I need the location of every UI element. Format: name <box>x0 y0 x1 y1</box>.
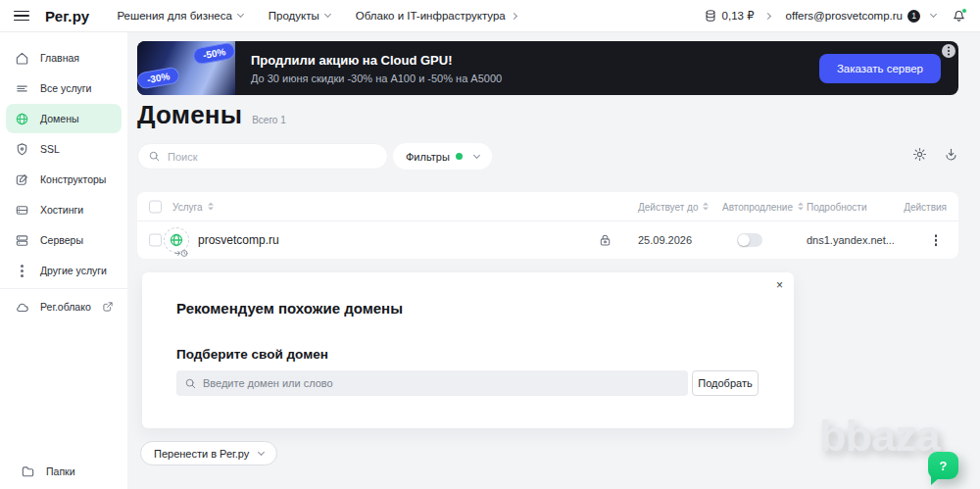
logo[interactable]: Рег.ру <box>45 8 89 24</box>
domain-search-box <box>176 370 688 396</box>
banner-text: Продлили акцию на Cloud GPU! До 30 июня … <box>251 53 502 84</box>
hosting-icon <box>15 203 29 218</box>
notification-dot <box>961 8 967 14</box>
domain-status-icon <box>164 227 189 253</box>
discount-badge-30: -30% <box>137 66 181 89</box>
home-icon <box>15 51 29 66</box>
column-service[interactable]: Услуга <box>172 201 214 212</box>
recommendation-card: × Рекомендуем похожие домены Подберите с… <box>142 272 794 428</box>
sort-icon <box>208 203 214 211</box>
nav-products[interactable]: Продукты <box>269 10 330 22</box>
account-email: offers@prosvetcomp.ru <box>786 10 903 22</box>
nav-business-solutions[interactable]: Решения для бизнеса <box>117 10 242 22</box>
pick-domain-button[interactable]: Подобрать <box>692 370 759 396</box>
chevron-down-icon <box>324 11 331 18</box>
builder-icon <box>15 172 29 187</box>
kebab-menu-icon <box>948 50 950 52</box>
notifications-button[interactable] <box>952 9 966 24</box>
recommendation-subtitle: Подберите свой домен <box>176 347 328 362</box>
sidebar-item-home[interactable]: Главная <box>6 43 122 73</box>
sort-icon <box>798 203 804 211</box>
balance-button[interactable]: 0,13 ₽ <box>704 9 770 23</box>
account-menu[interactable]: offers@prosvetcomp.ru 1 <box>786 10 936 23</box>
expires-date: 25.09.2026 <box>638 234 692 246</box>
order-server-button[interactable]: Заказать сервер <box>819 54 941 83</box>
pending-transfer-icon <box>174 249 188 258</box>
discount-badge-50: -50% <box>191 41 236 65</box>
balance-value: 0,13 ₽ <box>722 9 755 23</box>
chevron-down-icon <box>930 11 937 18</box>
sidebar: Главная Все услуги Домены SSL Конструкто… <box>0 32 127 489</box>
top-navigation: Решения для бизнеса Продукты Облако и IT… <box>117 10 515 22</box>
sort-icon <box>703 203 709 211</box>
row-checkbox[interactable] <box>149 234 162 247</box>
chevron-right-icon <box>763 12 770 19</box>
globe-icon <box>15 112 29 126</box>
search-input[interactable] <box>168 151 377 163</box>
sidebar-item-servers[interactable]: Серверы <box>6 225 122 255</box>
domain-name[interactable]: prosvetcomp.ru <box>198 233 279 247</box>
sidebar-item-all-services[interactable]: Все услуги <box>6 73 122 103</box>
ellipsis-icon <box>21 269 24 272</box>
banner-menu-button[interactable] <box>942 44 956 58</box>
gear-icon <box>912 147 927 162</box>
top-bar: Рег.ру Решения для бизнеса Продукты Обла… <box>0 0 980 32</box>
export-button[interactable] <box>944 147 958 162</box>
promo-banner: -50% -30% Продлили акцию на Cloud GPU! Д… <box>137 41 958 95</box>
column-expires[interactable]: Действует до <box>638 201 709 212</box>
server-icon <box>15 233 29 248</box>
close-icon[interactable]: × <box>776 278 783 292</box>
row-actions-menu-icon[interactable] <box>935 239 938 242</box>
active-filter-dot <box>456 153 463 160</box>
menu-icon[interactable] <box>14 11 29 22</box>
page-title: Домены <box>137 100 242 130</box>
transfer-to-reg-button[interactable]: Перенести в Рег.ру <box>140 441 277 465</box>
sidebar-item-domains[interactable]: Домены <box>6 104 122 133</box>
settings-button[interactable] <box>912 147 927 162</box>
chevron-down-icon <box>237 11 244 18</box>
table-row: prosvetcomp.ru 25.09.2026 dns1.yandex.ne… <box>137 221 958 259</box>
sidebar-item-folders[interactable]: Папки <box>12 457 116 486</box>
folder-icon <box>21 465 35 479</box>
banner-subtitle: До 30 июня скидки -30% на A100 и -50% на… <box>251 73 502 84</box>
app-root: Рег.ру Решения для бизнеса Продукты Обла… <box>0 0 980 489</box>
column-actions: Действия <box>904 201 947 212</box>
sidebar-divider <box>0 288 127 289</box>
support-chat-button[interactable]: ? <box>928 452 958 479</box>
sidebar-item-constructors[interactable]: Конструкторы <box>6 165 122 194</box>
top-bar-right: 0,13 ₽ offers@prosvetcomp.ru 1 <box>704 9 966 24</box>
domains-table: Услуга Действует до Автопродление Подроб… <box>137 192 958 259</box>
list-icon <box>15 81 29 96</box>
dns-details: dns1.yandex.net... <box>807 234 895 246</box>
coins-icon <box>704 9 717 23</box>
select-all-checkbox[interactable] <box>149 200 162 213</box>
sidebar-item-hostings[interactable]: Хостинги <box>6 195 122 224</box>
watermark: bbaza <box>819 411 940 462</box>
sidebar-item-regcloud[interactable]: Рег.облако <box>6 292 122 321</box>
table-header: Услуга Действует до Автопродление Подроб… <box>137 192 958 221</box>
total-count: Всего 1 <box>252 115 286 125</box>
chevron-down-icon <box>473 151 480 158</box>
download-icon <box>944 147 958 162</box>
question-icon: ? <box>940 459 948 473</box>
nav-cloud-it[interactable]: Облако и IT-инфраструктура <box>356 10 516 22</box>
cloud-icon <box>15 300 29 315</box>
domain-picker-row: Подобрать <box>176 370 759 396</box>
shield-icon <box>15 142 29 157</box>
main-content: -50% -30% Продлили акцию на Cloud GPU! Д… <box>127 32 980 489</box>
sidebar-item-other-services[interactable]: Другие услуги <box>6 256 122 285</box>
external-link-icon <box>102 301 114 313</box>
page-heading: Домены Всего 1 <box>137 100 286 130</box>
filters-button[interactable]: Фильтры <box>393 143 492 170</box>
recommendation-title: Рекомендуем похожие домены <box>176 300 403 317</box>
sidebar-item-ssl[interactable]: SSL <box>6 134 122 164</box>
banner-title: Продлили акцию на Cloud GPU! <box>251 53 502 68</box>
chevron-right-icon <box>511 12 517 19</box>
column-autorenew[interactable]: Автопродление <box>722 201 804 212</box>
search-icon <box>184 377 197 390</box>
autorenew-toggle[interactable] <box>737 233 762 247</box>
lock-icon <box>598 233 612 248</box>
chevron-down-icon <box>258 448 265 455</box>
search-box <box>137 143 388 170</box>
domain-search-input[interactable] <box>203 377 680 389</box>
